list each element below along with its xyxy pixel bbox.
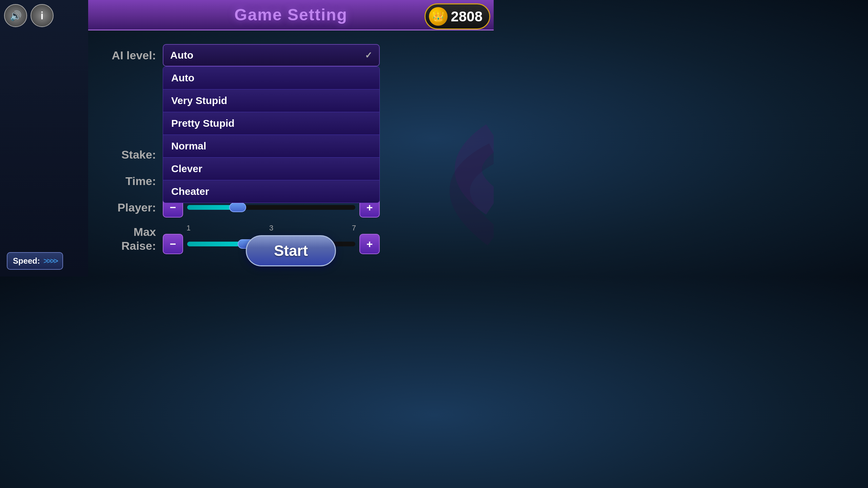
main-content: AI level: Auto ✓ Auto Very Stupid Pretty… xyxy=(88,30,494,277)
raise-minus-button[interactable]: − xyxy=(163,234,183,254)
player-thumb[interactable] xyxy=(229,203,246,212)
top-buttons: 🔊 i xyxy=(4,4,54,27)
speed-bar[interactable]: Speed: >>>> xyxy=(7,252,63,270)
coin-display: 👑 2808 xyxy=(425,3,490,29)
raise-plus-button[interactable]: + xyxy=(359,234,380,254)
start-button-container: Start xyxy=(246,235,336,266)
chevron-down-icon: ✓ xyxy=(365,50,372,61)
speed-arrows: >>>> xyxy=(43,256,57,266)
player-track xyxy=(187,205,355,210)
dropdown-item-very-stupid[interactable]: Very Stupid xyxy=(163,89,379,112)
player-label: Player: xyxy=(102,201,156,214)
stake-label: Stake: xyxy=(102,148,156,161)
raise-current-label: 3 xyxy=(269,224,273,232)
info-button[interactable]: i xyxy=(31,4,54,27)
dropdown-item-clever[interactable]: Clever xyxy=(163,158,379,180)
max-raise-label2: Raise: xyxy=(102,239,156,253)
dropdown-item-pretty-stupid[interactable]: Pretty Stupid xyxy=(163,112,379,135)
volume-button[interactable]: 🔊 xyxy=(4,4,27,27)
dropdown-item-cheater[interactable]: Cheater xyxy=(163,180,379,203)
coin-icon: 👑 xyxy=(429,7,448,26)
dropdown-item-auto[interactable]: Auto xyxy=(163,67,379,89)
ai-level-dropdown: Auto ✓ Auto Very Stupid Pretty Stupid No… xyxy=(163,44,380,66)
side-panel xyxy=(0,0,88,277)
dropdown-item-normal[interactable]: Normal xyxy=(163,135,379,158)
start-button[interactable]: Start xyxy=(246,235,336,266)
volume-icon: 🔊 xyxy=(10,10,22,21)
ai-level-label: AI level: xyxy=(102,49,156,62)
coin-amount: 2808 xyxy=(451,8,482,25)
page-title: Game Setting xyxy=(234,5,347,24)
raise-min-label: 1 xyxy=(186,224,191,232)
raise-fill xyxy=(187,242,246,246)
ai-level-selected[interactable]: Auto ✓ xyxy=(163,44,380,66)
time-label: Time: xyxy=(102,175,156,188)
speed-label: Speed: xyxy=(13,256,40,266)
ai-level-value: Auto xyxy=(170,49,193,61)
max-raise-label1: Max xyxy=(102,225,156,239)
info-icon: i xyxy=(41,9,44,22)
ai-level-row: AI level: Auto ✓ Auto Very Stupid Pretty… xyxy=(102,44,480,66)
raise-max-label: 7 xyxy=(352,224,356,232)
ai-level-dropdown-list: Auto Very Stupid Pretty Stupid Normal Cl… xyxy=(163,66,380,203)
